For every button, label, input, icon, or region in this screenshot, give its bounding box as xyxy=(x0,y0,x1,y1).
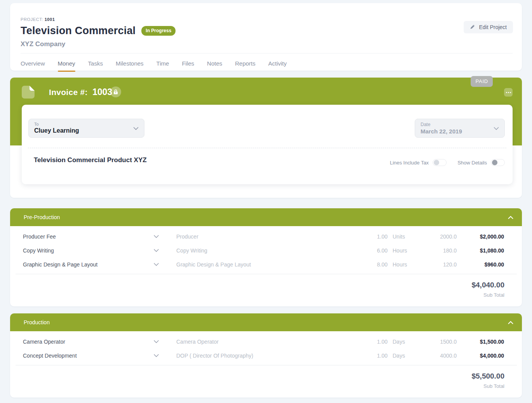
project-number-label: PROJECT: 1001 xyxy=(21,17,513,22)
invoice-to-select[interactable]: To Cluey Learning xyxy=(28,119,144,138)
to-value: Cluey Learning xyxy=(34,127,139,134)
chevron-up-icon[interactable] xyxy=(508,319,513,326)
chevron-down-icon xyxy=(133,125,139,132)
chevron-down-icon xyxy=(494,125,499,132)
line-item-description: Producer xyxy=(176,233,364,240)
line-item-name: Producer Fee xyxy=(23,233,154,240)
tab-money[interactable]: Money xyxy=(58,54,75,73)
line-item-name: Camera Operator xyxy=(23,339,154,345)
line-item-rate: 2000.0 xyxy=(428,233,457,240)
chevron-down-icon[interactable] xyxy=(154,354,176,357)
page-title: Television Commercial xyxy=(21,25,136,37)
chevron-down-icon[interactable] xyxy=(154,340,176,343)
project-header-card: PROJECT: 1001 Television Commercial In P… xyxy=(10,3,522,71)
section-subtotal: $4,040.00 Sub Total xyxy=(10,281,522,298)
section-title: Pre-Production xyxy=(24,214,60,220)
line-item-rate: 1500.0 xyxy=(428,339,457,345)
subtotal-label: Sub Total xyxy=(10,383,504,389)
edit-project-button[interactable]: Edit Project xyxy=(464,21,513,33)
divider xyxy=(16,274,517,274)
line-item-description: DOP ( Director Of Photography) xyxy=(176,353,364,359)
invoice-document-icon xyxy=(21,85,35,101)
line-item-qty: 8.00 xyxy=(364,261,388,268)
section-header[interactable]: Production xyxy=(10,313,522,331)
section-title: Production xyxy=(24,319,50,325)
tab-notes[interactable]: Notes xyxy=(207,54,222,73)
line-item-name: Concept Development xyxy=(23,353,154,359)
to-label: To xyxy=(34,122,139,126)
divider xyxy=(16,365,517,365)
subtotal-value: $4,040.00 xyxy=(10,281,504,289)
invoice-detail-panel: To Cluey Learning Date March 22, 2019 Te… xyxy=(22,105,513,184)
tab-overview[interactable]: Overview xyxy=(21,54,45,73)
line-item-amount: $960.00 xyxy=(457,261,504,268)
tab-files[interactable]: Files xyxy=(182,54,194,73)
invoice-number: 1003 xyxy=(92,87,112,97)
section-pre-production: Pre-Production Producer Fee Producer 1.0… xyxy=(10,208,522,306)
subtotal-label: Sub Total xyxy=(10,292,504,298)
line-item-rate: 180.0 xyxy=(428,247,457,254)
line-item-amount: $1,500.00 xyxy=(457,339,504,345)
line-item-qty: 1.00 xyxy=(364,339,388,345)
paid-status-badge: PAID xyxy=(471,76,493,87)
invoice-product-title: Television Commercial Product XYZ xyxy=(34,156,147,164)
chevron-down-icon[interactable] xyxy=(154,249,176,252)
date-value: March 22, 2019 xyxy=(421,128,499,135)
line-item-qty: 1.00 xyxy=(364,353,388,359)
table-row: Copy Writing Copy Writing 6.00 Hours 180… xyxy=(10,244,522,258)
tab-tasks[interactable]: Tasks xyxy=(88,54,103,73)
table-row: Producer Fee Producer 1.00 Units 2000.0 … xyxy=(10,230,522,244)
project-number: 1001 xyxy=(45,17,55,22)
line-item-rate: 4000.0 xyxy=(428,353,457,359)
section-header[interactable]: Pre-Production xyxy=(10,208,522,226)
line-item-rate: 120.0 xyxy=(428,261,457,268)
invoice-toggles: Lines Include Tax Show Details xyxy=(390,159,505,166)
line-item-amount: $2,000.00 xyxy=(457,233,504,240)
line-item-unit: Days xyxy=(388,353,428,359)
line-item-qty: 6.00 xyxy=(364,247,388,254)
chevron-down-icon[interactable] xyxy=(154,235,176,238)
show-details-label: Show Details xyxy=(457,160,487,166)
project-label-text: PROJECT: xyxy=(21,17,43,22)
tab-bar: Overview Money Tasks Milestones Time Fil… xyxy=(21,54,513,73)
tab-reports[interactable]: Reports xyxy=(235,54,256,73)
table-row: Concept Development DOP ( Director Of Ph… xyxy=(10,349,522,363)
edit-project-label: Edit Project xyxy=(479,24,507,30)
line-item-qty: 1.00 xyxy=(364,233,388,240)
company-name: XYZ Company xyxy=(21,40,513,54)
invoice-title: Invoice #: 1003 xyxy=(49,87,112,97)
line-item-amount: $1,080.00 xyxy=(457,247,504,254)
line-item-name: Copy Writing xyxy=(23,247,154,254)
line-item-unit: Units xyxy=(388,233,428,240)
invoice-more-menu-icon[interactable] xyxy=(504,88,513,97)
invoice-label: Invoice #: xyxy=(49,88,88,97)
line-item-unit: Hours xyxy=(388,247,428,254)
status-badge: In Progress xyxy=(141,26,176,36)
show-details-toggle[interactable] xyxy=(491,159,505,166)
line-item-unit: Hours xyxy=(388,261,428,268)
line-item-amount: $4,000.00 xyxy=(457,353,504,359)
lines-include-tax-toggle[interactable] xyxy=(433,159,447,166)
line-item-description: Graphic Design & Page Layout xyxy=(176,261,364,268)
lock-icon[interactable] xyxy=(110,86,121,97)
line-item-name: Graphic Design & Page Layout xyxy=(23,261,154,268)
tab-activity[interactable]: Activity xyxy=(268,54,287,73)
chevron-down-icon[interactable] xyxy=(154,263,176,266)
section-subtotal: $5,500.00 Sub Total xyxy=(10,372,522,389)
section-production: Production Camera Operator Camera Operat… xyxy=(10,313,522,398)
date-label: Date xyxy=(421,122,499,127)
chevron-up-icon[interactable] xyxy=(508,214,513,221)
line-item-description: Copy Writing xyxy=(176,247,364,254)
line-item-unit: Days xyxy=(388,339,428,345)
table-row: Camera Operator Camera Operator 1.00 Day… xyxy=(10,335,522,349)
invoice-card: PAID Invoice #: 1003 To Cluey Learning D… xyxy=(10,78,522,198)
line-item-description: Camera Operator xyxy=(176,339,364,345)
subtotal-value: $5,500.00 xyxy=(10,372,504,381)
invoice-date-select[interactable]: Date March 22, 2019 xyxy=(415,119,505,138)
tab-time[interactable]: Time xyxy=(156,54,169,73)
tab-milestones[interactable]: Milestones xyxy=(116,54,144,73)
pencil-icon xyxy=(470,24,475,31)
divider xyxy=(28,148,506,148)
table-row: Graphic Design & Page Layout Graphic Des… xyxy=(10,258,522,272)
lines-include-tax-label: Lines Include Tax xyxy=(390,160,429,166)
